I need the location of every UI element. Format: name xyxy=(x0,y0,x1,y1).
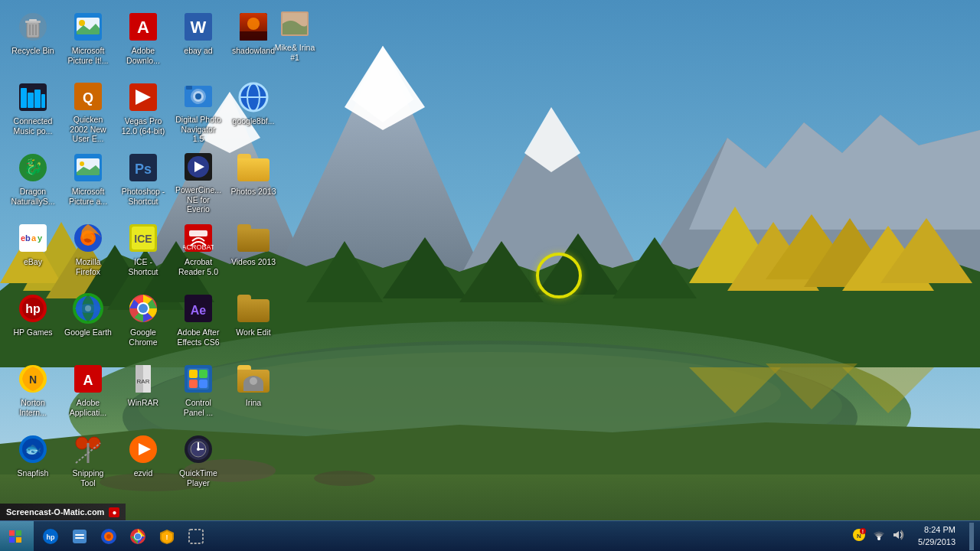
svg-text:a: a xyxy=(31,233,37,243)
control-panel-icon[interactable]: Control Panel ... xyxy=(172,358,225,427)
norton-icon[interactable]: N Norton Intern... xyxy=(6,358,60,427)
ice-shortcut-icon[interactable]: ICE ICE - Shortcut xyxy=(116,217,170,286)
screencast-text: Screencast-O-Matic.com xyxy=(6,507,104,517)
network-tray-icon[interactable] xyxy=(871,527,887,546)
ebay-icon[interactable]: e b a y eBay xyxy=(6,217,60,286)
svg-text:Ps: Ps xyxy=(135,161,152,177)
svg-rect-100 xyxy=(189,230,207,236)
desktop-icons-area: Recycle Bin Microsoft Picture It!... A A… xyxy=(0,0,291,520)
photos-2013-icon[interactable]: Photos 2013 xyxy=(227,147,280,216)
cursor-highlight xyxy=(536,253,582,298)
svg-text:RAR: RAR xyxy=(137,378,150,385)
svg-text:Q: Q xyxy=(83,90,93,106)
screencast-badge[interactable]: ● xyxy=(109,507,119,517)
start-button[interactable] xyxy=(0,521,34,552)
ezvid-icon[interactable]: ezvid xyxy=(116,429,170,497)
work-edit-icon[interactable]: Work Edit xyxy=(227,288,280,357)
svg-text:A: A xyxy=(137,18,149,37)
powercine-icon[interactable]: PowerCine... NE for Everio xyxy=(172,147,225,216)
google-ie-icon[interactable]: google8bf... xyxy=(227,77,280,145)
mike-irina-icon[interactable]: Mike& Irina #1 xyxy=(268,3,322,65)
svg-rect-145 xyxy=(9,530,15,536)
snapfish-icon[interactable]: 🐟 Snapfish xyxy=(6,429,60,497)
ms-picture2-icon[interactable]: Microsoft Picture a... xyxy=(61,147,115,216)
time-display: 8:24 PM xyxy=(924,524,956,536)
taskbar: hp xyxy=(0,520,980,551)
chrome-taskbar-icon[interactable] xyxy=(124,523,152,550)
svg-point-38 xyxy=(314,471,375,486)
date-display: 5/29/2013 xyxy=(918,536,956,548)
hp-taskbar-icon[interactable]: hp xyxy=(37,523,64,550)
photoshop-icon[interactable]: Ps Photoshop - Shortcut xyxy=(116,147,170,216)
svg-point-142 xyxy=(197,448,200,451)
svg-text:!: ! xyxy=(166,533,168,541)
svg-rect-148 xyxy=(16,537,21,543)
svg-point-81 xyxy=(80,161,84,166)
videos-2013-icon[interactable]: Videos 2013 xyxy=(227,217,280,286)
connected-music-icon[interactable]: Connected Music po... xyxy=(6,77,60,145)
svg-point-166 xyxy=(877,537,880,540)
svg-rect-152 xyxy=(75,534,84,536)
vegas-pro-icon[interactable]: Vegas Pro 12.0 (64-bit) xyxy=(116,77,170,145)
svg-rect-126 xyxy=(199,380,207,388)
svg-point-71 xyxy=(195,93,201,99)
clock-area[interactable]: 8:24 PM 5/29/2013 xyxy=(912,524,962,548)
svg-text:Ae: Ae xyxy=(191,304,207,317)
svg-text:🐟: 🐟 xyxy=(24,441,42,458)
svg-rect-146 xyxy=(16,530,21,536)
firefox-icon[interactable]: Mozilla Firefox xyxy=(61,217,115,286)
svg-rect-161 xyxy=(189,530,203,543)
svg-marker-167 xyxy=(893,531,899,539)
svg-rect-147 xyxy=(9,537,15,543)
ms-picture-it-icon[interactable]: Microsoft Picture It!... xyxy=(61,6,115,75)
firefox-taskbar-icon[interactable] xyxy=(95,523,122,550)
svg-text:b: b xyxy=(25,233,31,243)
svg-text:N: N xyxy=(29,373,37,386)
word-ebay-icon[interactable]: W ebay ad xyxy=(172,6,225,75)
svg-rect-153 xyxy=(75,537,84,539)
acrobat-icon[interactable]: ACROBAT Acrobat Reader 5.0 xyxy=(172,217,225,286)
adobe-app-icon[interactable]: A Adobe Applicati... xyxy=(61,358,115,427)
svg-text:!: ! xyxy=(862,529,864,534)
svg-rect-60 xyxy=(21,88,27,108)
screencast-bar: Screencast-O-Matic.com ● xyxy=(0,504,126,520)
svg-text:N: N xyxy=(857,533,861,540)
svg-point-156 xyxy=(106,534,111,539)
google-earth-icon[interactable]: Google Earth xyxy=(61,288,115,357)
clock-display[interactable]: 8:24 PM 5/29/2013 xyxy=(910,523,963,549)
recycle-bin-icon[interactable]: Recycle Bin xyxy=(6,6,60,75)
after-effects-icon[interactable]: Ae Adobe After Effects CS6 xyxy=(172,288,225,357)
svg-point-57 xyxy=(247,18,260,30)
svg-rect-125 xyxy=(189,380,198,388)
volume-tray-icon[interactable] xyxy=(890,527,907,546)
adobe-downloader-icon[interactable]: A Adobe Downlo... xyxy=(116,6,170,75)
hp-games-icon[interactable]: hp HP Games xyxy=(6,288,60,357)
svg-rect-62 xyxy=(34,90,41,108)
google-chrome-icon[interactable]: Google Chrome xyxy=(116,288,170,357)
svg-text:ACROBAT: ACROBAT xyxy=(183,243,214,251)
snipping-tool-icon[interactable]: Snipping Tool xyxy=(61,429,115,497)
touch-taskbar-icon[interactable] xyxy=(66,523,93,550)
svg-rect-63 xyxy=(41,94,45,108)
dragon-icon[interactable]: 🐉 Dragon NaturallyS... xyxy=(6,147,60,216)
svg-rect-58 xyxy=(240,31,267,41)
svg-text:W: W xyxy=(191,18,207,37)
digital-photo-icon[interactable]: Digital Photo Navigator 1.5 xyxy=(172,77,225,145)
quicktime-icon[interactable]: QuickTime Player xyxy=(172,429,225,497)
svg-point-159 xyxy=(135,533,141,540)
taskbar-pinned-icons: hp xyxy=(34,523,213,550)
svg-rect-72 xyxy=(186,86,192,90)
quicken-icon[interactable]: Q Quicken 2002 New User E... xyxy=(61,77,115,145)
svg-text:hp: hp xyxy=(47,533,55,541)
svg-point-110 xyxy=(139,304,148,313)
norton-tray-icon[interactable]: N ! xyxy=(851,527,867,546)
winrar-icon[interactable]: RAR WinRAR xyxy=(116,358,170,427)
irina-folder-icon[interactable]: Irina xyxy=(227,358,280,427)
security-taskbar-icon[interactable]: ! xyxy=(153,523,181,550)
show-desktop-button[interactable] xyxy=(969,523,974,550)
svg-rect-123 xyxy=(189,370,198,378)
windows-logo-icon xyxy=(9,530,21,543)
svg-point-49 xyxy=(79,20,85,26)
svg-text:hp: hp xyxy=(25,302,41,315)
selection-taskbar-icon[interactable] xyxy=(182,523,210,550)
